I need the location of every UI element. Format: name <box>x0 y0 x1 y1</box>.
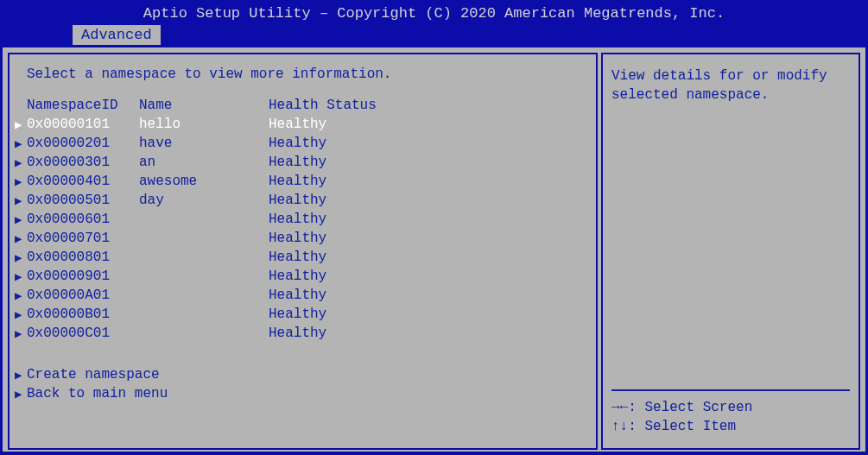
legend-select-item: ↑↓: Select Item <box>611 417 850 436</box>
app-title: Aptio Setup Utility – Copyright (C) 2020… <box>143 5 725 22</box>
table-row[interactable]: ▶0x00000701Healthy <box>15 229 591 248</box>
col-health: Health Status <box>269 98 407 113</box>
cell-namespaceid: 0x00000201 <box>27 136 139 151</box>
chevron-right-icon: ▶ <box>15 193 27 208</box>
create-namespace[interactable]: ▶ Create namespace <box>15 365 591 384</box>
legend-select-screen: →←: Select Screen <box>611 398 850 417</box>
legend-text: Select Item <box>644 419 736 434</box>
cell-name: day <box>139 193 269 208</box>
legend-text: Select Screen <box>644 400 752 415</box>
table-row[interactable]: ▶0x00000801Healthy <box>15 248 591 267</box>
cell-health: Healthy <box>269 193 407 208</box>
cell-namespaceid: 0x00000401 <box>27 174 139 189</box>
chevron-right-icon: ▶ <box>15 155 27 170</box>
cell-namespaceid: 0x00000301 <box>27 155 139 170</box>
chevron-right-icon: ▶ <box>15 269 27 284</box>
help-text: View details for or modify selected name… <box>611 66 850 104</box>
help-divider <box>611 389 850 391</box>
chevron-right-icon: ▶ <box>15 231 27 246</box>
table-row[interactable]: ▶0x00000A01Healthy <box>15 286 591 305</box>
cell-health: Healthy <box>269 155 407 170</box>
cell-health: Healthy <box>269 174 407 189</box>
title-bar: Aptio Setup Utility – Copyright (C) 2020… <box>0 0 868 25</box>
chevron-right-icon: ▶ <box>15 307 27 322</box>
create-namespace-label: Create namespace <box>27 367 160 382</box>
cell-namespaceid: 0x00000501 <box>27 193 139 208</box>
cell-name: an <box>139 155 269 170</box>
table-row[interactable]: ▶0x00000501dayHealthy <box>15 191 591 210</box>
table-row[interactable]: ▶0x00000101helloHealthy <box>15 115 591 134</box>
main-pane: Select a namespace to view more informat… <box>8 53 598 450</box>
chevron-right-icon: ▶ <box>15 174 27 189</box>
table-row[interactable]: ▶0x00000901Healthy <box>15 267 591 286</box>
help-line: selected namespace. <box>611 85 850 104</box>
tab-advanced[interactable]: Advanced <box>73 25 161 45</box>
cell-namespaceid: 0x00000C01 <box>27 325 139 341</box>
cell-health: Healthy <box>269 231 407 246</box>
table-row[interactable]: ▶0x00000B01Healthy <box>15 305 591 324</box>
chevron-right-icon: ▶ <box>15 368 27 382</box>
col-name: Name <box>139 98 269 113</box>
table-row[interactable]: ▶0x00000201haveHealthy <box>15 134 591 153</box>
cell-health: Healthy <box>269 117 407 132</box>
back-to-main[interactable]: ▶ Back to main menu <box>15 384 591 403</box>
cell-name: have <box>139 136 269 151</box>
chevron-right-icon: ▶ <box>15 250 27 265</box>
chevron-right-icon: ▶ <box>15 288 27 303</box>
arrows-horizontal-icon: →←: <box>611 400 637 415</box>
cell-namespaceid: 0x00000B01 <box>27 306 139 322</box>
cell-health: Healthy <box>269 136 407 151</box>
chevron-right-icon: ▶ <box>15 326 27 341</box>
cell-health: Healthy <box>269 212 407 227</box>
table-row[interactable]: ▶0x00000601Healthy <box>15 210 591 229</box>
chevron-right-icon: ▶ <box>15 117 27 132</box>
table-row[interactable]: ▶0x00000301anHealthy <box>15 153 591 172</box>
cell-name: awesome <box>139 174 269 189</box>
table-row[interactable]: ▶0x00000C01Healthy <box>15 324 591 343</box>
key-legend: →←: Select Screen ↑↓: Select Item <box>611 398 850 436</box>
back-to-main-label: Back to main menu <box>27 386 168 401</box>
help-line: View details for or modify <box>611 66 850 85</box>
actions: ▶ Create namespace ▶ Back to main menu <box>15 365 591 403</box>
content-area: Select a namespace to view more informat… <box>0 47 868 454</box>
chevron-right-icon: ▶ <box>15 212 27 227</box>
tab-bar: Advanced <box>0 25 868 47</box>
cell-health: Healthy <box>269 250 407 265</box>
table-row[interactable]: ▶0x00000401awesomeHealthy <box>15 172 591 191</box>
cell-namespaceid: 0x00000601 <box>27 212 139 227</box>
col-namespaceid: NamespaceID <box>27 98 139 113</box>
cell-health: Healthy <box>269 325 407 341</box>
cell-health: Healthy <box>269 288 407 303</box>
chevron-right-icon: ▶ <box>15 387 27 401</box>
table-header: NamespaceID Name Health Status <box>27 98 591 113</box>
cell-namespaceid: 0x00000A01 <box>27 288 139 303</box>
help-pane: View details for or modify selected name… <box>601 53 860 450</box>
cell-namespaceid: 0x00000901 <box>27 269 139 284</box>
namespace-list: ▶0x00000101helloHealthy▶0x00000201haveHe… <box>15 115 591 343</box>
prompt-text: Select a namespace to view more informat… <box>27 66 591 82</box>
cell-health: Healthy <box>269 269 407 284</box>
cell-health: Healthy <box>269 306 407 322</box>
cell-namespaceid: 0x00000101 <box>27 117 139 132</box>
cell-namespaceid: 0x00000801 <box>27 250 139 265</box>
chevron-right-icon: ▶ <box>15 136 27 151</box>
cell-name: hello <box>139 117 269 132</box>
arrows-vertical-icon: ↑↓: <box>611 419 637 434</box>
cell-namespaceid: 0x00000701 <box>27 231 139 246</box>
